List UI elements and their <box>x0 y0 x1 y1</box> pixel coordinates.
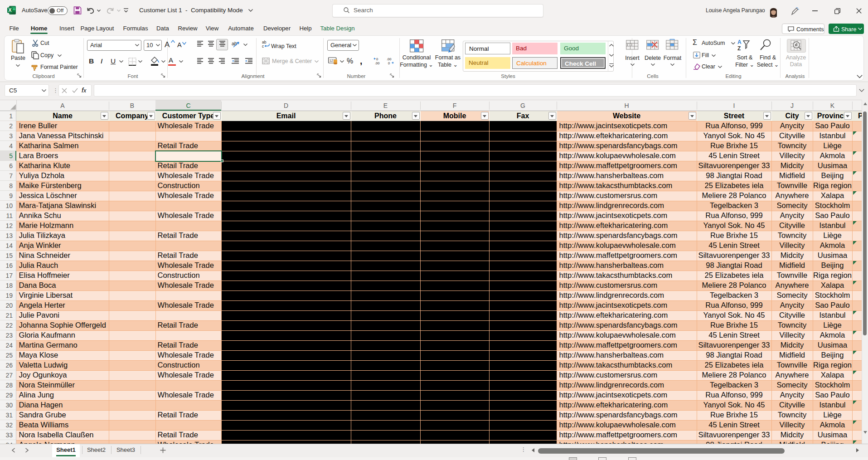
svg-text:c: c <box>262 44 264 48</box>
svg-text:X: X <box>8 7 11 13</box>
svg-text:Z: Z <box>737 45 741 51</box>
svg-text:0: 0 <box>376 57 378 61</box>
svg-text:A: A <box>737 39 742 45</box>
svg-text:0: 0 <box>388 61 390 65</box>
svg-text:ab: ab <box>232 41 237 46</box>
svg-text:.00: .00 <box>375 61 379 65</box>
svg-text:.00: .00 <box>387 57 391 61</box>
